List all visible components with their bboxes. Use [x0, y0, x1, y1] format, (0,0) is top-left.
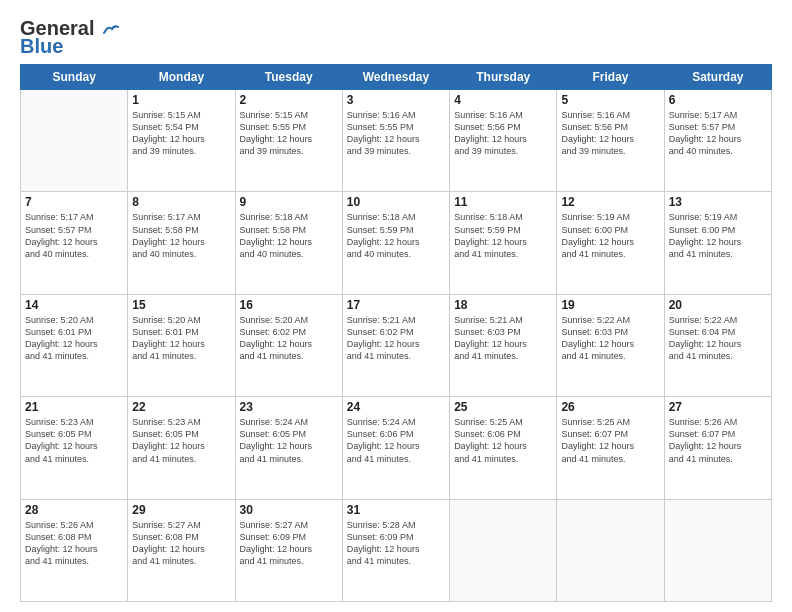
- day-number: 16: [240, 298, 338, 312]
- calendar-week-row: 7Sunrise: 5:17 AM Sunset: 5:57 PM Daylig…: [21, 192, 772, 294]
- day-info: Sunrise: 5:18 AM Sunset: 5:59 PM Dayligh…: [347, 211, 445, 260]
- day-info: Sunrise: 5:23 AM Sunset: 6:05 PM Dayligh…: [132, 416, 230, 465]
- calendar-cell: 16Sunrise: 5:20 AM Sunset: 6:02 PM Dayli…: [235, 294, 342, 396]
- calendar-cell: 2Sunrise: 5:15 AM Sunset: 5:55 PM Daylig…: [235, 90, 342, 192]
- day-number: 22: [132, 400, 230, 414]
- day-number: 3: [347, 93, 445, 107]
- day-info: Sunrise: 5:26 AM Sunset: 6:07 PM Dayligh…: [669, 416, 767, 465]
- day-number: 10: [347, 195, 445, 209]
- day-header-thursday: Thursday: [450, 65, 557, 90]
- day-number: 2: [240, 93, 338, 107]
- day-info: Sunrise: 5:20 AM Sunset: 6:01 PM Dayligh…: [132, 314, 230, 363]
- day-number: 7: [25, 195, 123, 209]
- day-number: 6: [669, 93, 767, 107]
- day-header-wednesday: Wednesday: [342, 65, 449, 90]
- day-number: 12: [561, 195, 659, 209]
- day-info: Sunrise: 5:17 AM Sunset: 5:57 PM Dayligh…: [25, 211, 123, 260]
- calendar-cell: 15Sunrise: 5:20 AM Sunset: 6:01 PM Dayli…: [128, 294, 235, 396]
- calendar-cell: 19Sunrise: 5:22 AM Sunset: 6:03 PM Dayli…: [557, 294, 664, 396]
- day-header-saturday: Saturday: [664, 65, 771, 90]
- day-number: 25: [454, 400, 552, 414]
- logo: General Blue: [20, 18, 120, 56]
- day-info: Sunrise: 5:17 AM Sunset: 5:57 PM Dayligh…: [669, 109, 767, 158]
- calendar-cell: [557, 499, 664, 601]
- day-info: Sunrise: 5:19 AM Sunset: 6:00 PM Dayligh…: [669, 211, 767, 260]
- day-info: Sunrise: 5:18 AM Sunset: 5:58 PM Dayligh…: [240, 211, 338, 260]
- day-info: Sunrise: 5:25 AM Sunset: 6:06 PM Dayligh…: [454, 416, 552, 465]
- day-number: 28: [25, 503, 123, 517]
- calendar-cell: 3Sunrise: 5:16 AM Sunset: 5:55 PM Daylig…: [342, 90, 449, 192]
- calendar-cell: 1Sunrise: 5:15 AM Sunset: 5:54 PM Daylig…: [128, 90, 235, 192]
- day-info: Sunrise: 5:16 AM Sunset: 5:56 PM Dayligh…: [561, 109, 659, 158]
- day-number: 26: [561, 400, 659, 414]
- day-number: 5: [561, 93, 659, 107]
- calendar-cell: 21Sunrise: 5:23 AM Sunset: 6:05 PM Dayli…: [21, 397, 128, 499]
- day-info: Sunrise: 5:23 AM Sunset: 6:05 PM Dayligh…: [25, 416, 123, 465]
- calendar-cell: 25Sunrise: 5:25 AM Sunset: 6:06 PM Dayli…: [450, 397, 557, 499]
- day-number: 18: [454, 298, 552, 312]
- calendar-cell: 22Sunrise: 5:23 AM Sunset: 6:05 PM Dayli…: [128, 397, 235, 499]
- day-info: Sunrise: 5:26 AM Sunset: 6:08 PM Dayligh…: [25, 519, 123, 568]
- calendar-cell: 26Sunrise: 5:25 AM Sunset: 6:07 PM Dayli…: [557, 397, 664, 499]
- header: General Blue: [20, 18, 772, 56]
- day-number: 21: [25, 400, 123, 414]
- day-info: Sunrise: 5:24 AM Sunset: 6:05 PM Dayligh…: [240, 416, 338, 465]
- calendar-cell: [21, 90, 128, 192]
- calendar-cell: 7Sunrise: 5:17 AM Sunset: 5:57 PM Daylig…: [21, 192, 128, 294]
- day-info: Sunrise: 5:19 AM Sunset: 6:00 PM Dayligh…: [561, 211, 659, 260]
- day-header-friday: Friday: [557, 65, 664, 90]
- calendar-cell: 20Sunrise: 5:22 AM Sunset: 6:04 PM Dayli…: [664, 294, 771, 396]
- calendar-cell: 14Sunrise: 5:20 AM Sunset: 6:01 PM Dayli…: [21, 294, 128, 396]
- day-info: Sunrise: 5:22 AM Sunset: 6:04 PM Dayligh…: [669, 314, 767, 363]
- day-header-tuesday: Tuesday: [235, 65, 342, 90]
- calendar-cell: 24Sunrise: 5:24 AM Sunset: 6:06 PM Dayli…: [342, 397, 449, 499]
- day-info: Sunrise: 5:20 AM Sunset: 6:02 PM Dayligh…: [240, 314, 338, 363]
- calendar-cell: 23Sunrise: 5:24 AM Sunset: 6:05 PM Dayli…: [235, 397, 342, 499]
- day-info: Sunrise: 5:21 AM Sunset: 6:02 PM Dayligh…: [347, 314, 445, 363]
- calendar-header-row: SundayMondayTuesdayWednesdayThursdayFrid…: [21, 65, 772, 90]
- day-number: 14: [25, 298, 123, 312]
- day-info: Sunrise: 5:16 AM Sunset: 5:56 PM Dayligh…: [454, 109, 552, 158]
- calendar-week-row: 14Sunrise: 5:20 AM Sunset: 6:01 PM Dayli…: [21, 294, 772, 396]
- calendar-cell: 17Sunrise: 5:21 AM Sunset: 6:02 PM Dayli…: [342, 294, 449, 396]
- calendar-table: SundayMondayTuesdayWednesdayThursdayFrid…: [20, 64, 772, 602]
- day-info: Sunrise: 5:18 AM Sunset: 5:59 PM Dayligh…: [454, 211, 552, 260]
- calendar-cell: 4Sunrise: 5:16 AM Sunset: 5:56 PM Daylig…: [450, 90, 557, 192]
- calendar-cell: 31Sunrise: 5:28 AM Sunset: 6:09 PM Dayli…: [342, 499, 449, 601]
- calendar-cell: 27Sunrise: 5:26 AM Sunset: 6:07 PM Dayli…: [664, 397, 771, 499]
- day-number: 11: [454, 195, 552, 209]
- day-info: Sunrise: 5:24 AM Sunset: 6:06 PM Dayligh…: [347, 416, 445, 465]
- day-header-sunday: Sunday: [21, 65, 128, 90]
- calendar-week-row: 21Sunrise: 5:23 AM Sunset: 6:05 PM Dayli…: [21, 397, 772, 499]
- day-info: Sunrise: 5:22 AM Sunset: 6:03 PM Dayligh…: [561, 314, 659, 363]
- day-number: 27: [669, 400, 767, 414]
- calendar-cell: 18Sunrise: 5:21 AM Sunset: 6:03 PM Dayli…: [450, 294, 557, 396]
- day-info: Sunrise: 5:20 AM Sunset: 6:01 PM Dayligh…: [25, 314, 123, 363]
- calendar-week-row: 1Sunrise: 5:15 AM Sunset: 5:54 PM Daylig…: [21, 90, 772, 192]
- day-number: 13: [669, 195, 767, 209]
- calendar-cell: 11Sunrise: 5:18 AM Sunset: 5:59 PM Dayli…: [450, 192, 557, 294]
- day-number: 4: [454, 93, 552, 107]
- day-number: 20: [669, 298, 767, 312]
- day-info: Sunrise: 5:27 AM Sunset: 6:09 PM Dayligh…: [240, 519, 338, 568]
- day-info: Sunrise: 5:16 AM Sunset: 5:55 PM Dayligh…: [347, 109, 445, 158]
- calendar-cell: 12Sunrise: 5:19 AM Sunset: 6:00 PM Dayli…: [557, 192, 664, 294]
- calendar-cell: 30Sunrise: 5:27 AM Sunset: 6:09 PM Dayli…: [235, 499, 342, 601]
- day-number: 19: [561, 298, 659, 312]
- day-number: 9: [240, 195, 338, 209]
- logo-bird-icon: [102, 23, 120, 37]
- calendar-cell: 10Sunrise: 5:18 AM Sunset: 5:59 PM Dayli…: [342, 192, 449, 294]
- day-info: Sunrise: 5:17 AM Sunset: 5:58 PM Dayligh…: [132, 211, 230, 260]
- day-number: 15: [132, 298, 230, 312]
- day-info: Sunrise: 5:27 AM Sunset: 6:08 PM Dayligh…: [132, 519, 230, 568]
- day-number: 30: [240, 503, 338, 517]
- calendar-cell: 5Sunrise: 5:16 AM Sunset: 5:56 PM Daylig…: [557, 90, 664, 192]
- day-number: 8: [132, 195, 230, 209]
- day-info: Sunrise: 5:15 AM Sunset: 5:55 PM Dayligh…: [240, 109, 338, 158]
- day-number: 1: [132, 93, 230, 107]
- day-info: Sunrise: 5:25 AM Sunset: 6:07 PM Dayligh…: [561, 416, 659, 465]
- logo-blue-text: Blue: [20, 36, 63, 56]
- day-number: 23: [240, 400, 338, 414]
- calendar-cell: 9Sunrise: 5:18 AM Sunset: 5:58 PM Daylig…: [235, 192, 342, 294]
- calendar-cell: 28Sunrise: 5:26 AM Sunset: 6:08 PM Dayli…: [21, 499, 128, 601]
